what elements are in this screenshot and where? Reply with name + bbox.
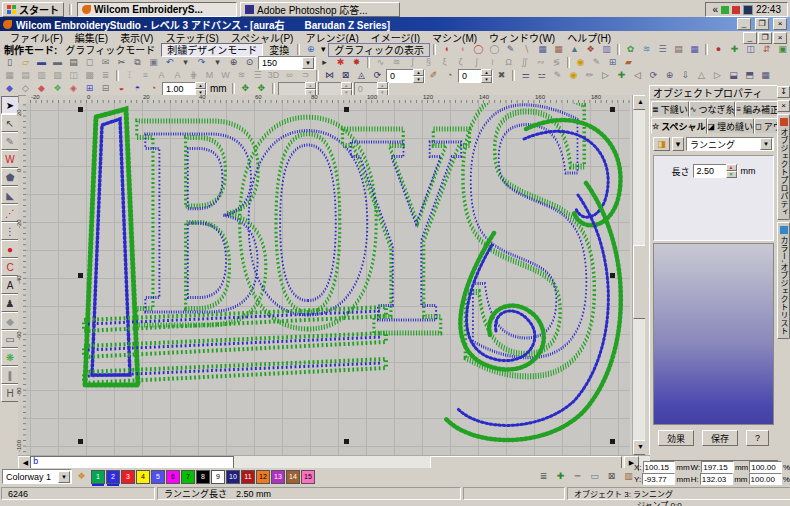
tool-icon[interactable]: ◯ [487,44,502,56]
effects-button[interactable]: 効果 [658,430,694,446]
tool-icon[interactable]: ⬓ [726,70,741,82]
tool-icon[interactable]: ◖ [439,44,454,56]
length-input[interactable]: 2.50 ▲▼ [693,164,738,178]
color-swatch[interactable]: 10 [226,470,240,484]
tool-icon[interactable]: ✚ [614,70,629,82]
panel-tab[interactable]: ◪埋め縫い [707,118,755,134]
minimize-button[interactable]: _ [737,18,751,30]
color-swatch[interactable]: 13 [271,470,285,484]
tool-icon[interactable]: ✉ [98,57,113,69]
colorway-dropdown-arrow[interactable]: ▾ [58,471,70,483]
stitch-type-icon[interactable]: ∬ [517,57,532,69]
tool-icon[interactable]: A [154,70,169,82]
rotate-angle-input[interactable]: 0 ▴▾ [386,69,425,83]
tool-icon[interactable]: ⇩ [678,70,693,82]
tool-icon[interactable]: ⧉ [130,57,145,69]
color-swatch[interactable]: 4 [136,470,150,484]
stitch-type-icon[interactable]: ∫ [469,57,484,69]
tool-icon[interactable]: ✚ [727,44,742,56]
tool-icon[interactable]: M [202,70,217,82]
stitch-settings-icon[interactable]: ◨ [653,137,670,151]
tool-icon[interactable]: ⊕ [226,57,241,69]
tool-icon[interactable]: ◫ [66,70,81,82]
toolbox-tool[interactable]: ◆ [1,312,19,330]
tool-icon[interactable]: ⬒ [742,70,757,82]
tool-icon[interactable]: ≋ [639,44,654,56]
tool-icon[interactable]: ☰ [655,44,670,56]
stitch-type-icon[interactable]: § [421,57,436,69]
tool-icon[interactable]: ◒ [114,83,129,95]
tool-icon[interactable]: ▷ [598,70,613,82]
panel-tab[interactable]: ∿つなぎ糸 [689,101,736,117]
selection-handle[interactable] [78,439,83,444]
tool-icon[interactable]: ◉ [566,70,581,82]
tray-chevron-icon[interactable]: « [712,4,718,15]
tool-icon[interactable]: △ [694,70,709,82]
tool-icon[interactable]: ▬ [34,57,49,69]
tool-icon[interactable]: ✖ [494,70,509,82]
mirror-rotate-icon[interactable]: ◬ [354,70,369,82]
skew-spinner[interactable]: ▴▾ [481,69,492,83]
color-swatch[interactable]: 14 [286,470,300,484]
tray-icon-green[interactable] [721,6,729,14]
stitch-type-icon[interactable]: ζ [453,57,468,69]
close-button[interactable]: × [773,18,787,30]
title-bar[interactable]: Wilcom EmbroideryStudio - レベル 3 アドバンス - … [0,17,790,31]
globe-icon[interactable]: ⊕ [303,44,318,56]
tool-icon[interactable]: ▾ [178,57,193,69]
tool-icon[interactable]: ✂ [114,57,129,69]
tool-icon[interactable]: ∞ [282,70,297,82]
globe-dropdown-arrow[interactable]: ▾ [319,44,327,56]
tool-icon[interactable]: ▣ [775,44,790,56]
selection-handle[interactable] [344,107,349,112]
color-swatch[interactable]: 2 [106,470,120,484]
tool-icon[interactable]: ◔ [146,83,161,95]
tool-icon[interactable]: ⊞ [605,57,620,69]
toolbox-tool[interactable]: ❋ [1,348,19,366]
tool-icon[interactable]: ◫ [743,44,758,56]
tool-icon[interactable]: ◆ [2,83,17,95]
tool-icon[interactable]: ▦ [2,70,17,82]
tray-icon-blue[interactable] [743,5,753,15]
tool-icon[interactable]: ◻ [82,57,97,69]
tool-icon[interactable]: ▱ [18,57,33,69]
save-button[interactable]: 保存 [702,430,738,446]
tool-icon[interactable]: ▥ [34,70,49,82]
taskbar-task-wilcom[interactable]: Wilcom EmbroideryS... [77,2,237,17]
sequence-tool-icon[interactable]: ≣ [536,471,551,483]
tool-icon[interactable]: ▷ [710,70,725,82]
pin-icon[interactable]: ↧ [777,86,790,98]
stitch-type-icon[interactable]: ≀ [485,57,500,69]
tool-icon[interactable]: ◖ [455,44,470,56]
color-swatch[interactable]: 6 [166,470,180,484]
tool-icon[interactable]: ▦ [551,44,566,56]
selection-handle[interactable] [78,107,83,112]
panel-title[interactable]: オブジェクトプロパティ [650,86,777,100]
tool-icon[interactable]: ❖ [50,83,65,95]
tool-icon[interactable]: ▤ [671,44,686,56]
tool-icon[interactable]: ▾ [210,57,225,69]
tool-icon[interactable]: ⇵ [759,44,774,56]
tool-icon[interactable]: ⊕ [662,70,677,82]
sequence-tool-icon[interactable]: ▭ [587,471,602,483]
tool-icon[interactable]: ↷ [194,57,209,69]
color-swatch[interactable]: 1 [91,470,105,484]
tool-icon[interactable]: ✿ [623,44,638,56]
embroidery-design-mode-button[interactable]: 刺繍デザインモード [161,43,263,57]
stitch-type-icon[interactable]: Ω [501,57,516,69]
tool-icon[interactable]: ◓ [130,83,145,95]
tool-icon[interactable]: ⌶ [122,70,137,82]
stitch-type-icon[interactable]: ʃ [405,57,420,69]
tool-icon[interactable]: 3D [266,70,281,82]
toolbox-tool[interactable]: ✎ [1,132,19,150]
tool-icon[interactable]: ◔ [442,70,457,82]
tool-icon[interactable]: ▸ [317,57,332,69]
tool-icon[interactable]: ❖ [583,44,598,56]
tool-icon[interactable]: ▥ [599,44,614,56]
tool-icon[interactable]: ⊃ [298,70,313,82]
tool-icon[interactable]: ▰ [621,57,636,69]
rotate-spinner[interactable]: ▴▾ [413,69,424,83]
toolbox-tool[interactable]: ↖ [1,114,19,132]
stitch-type-dropdown-arrow[interactable]: ▾ [760,138,772,150]
tool-icon[interactable]: ▦ [535,44,550,56]
